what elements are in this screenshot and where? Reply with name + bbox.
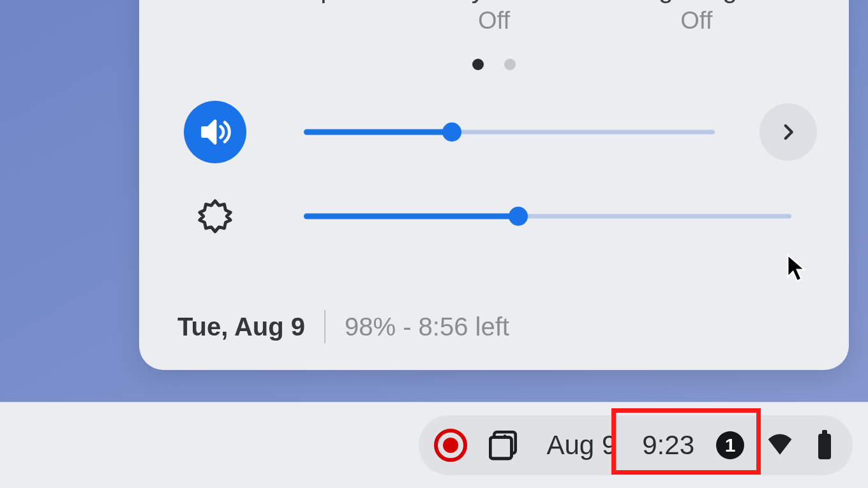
tile-title: Nearby visibili… (393, 0, 595, 4)
volume-slider[interactable] (304, 122, 715, 142)
shelf-date: Aug 9 (546, 430, 617, 461)
quick-settings-panel: Screen capture Nearby visibili… Off Nigh… (139, 0, 849, 370)
slider-track-fill (304, 214, 518, 219)
page-dot-2[interactable] (504, 59, 516, 70)
notification-count: 1 (725, 434, 736, 456)
chevron-right-icon (777, 121, 799, 143)
svg-marker-1 (200, 201, 230, 232)
panel-footer: Tue, Aug 9 98% - 8:56 left (177, 310, 509, 343)
svg-rect-6 (818, 434, 831, 459)
slider-thumb[interactable] (509, 207, 528, 226)
tile-title: Screen capture (190, 0, 393, 4)
shelf: Aug 9 9:23 1 (0, 402, 868, 488)
tile-nearby-visibility[interactable]: Nearby visibili… Off (393, 0, 595, 34)
svg-rect-7 (822, 430, 827, 435)
tile-title: Night Light (595, 0, 798, 4)
page-indicator[interactable] (165, 59, 823, 70)
tile-night-light[interactable]: Night Light Off (595, 0, 798, 34)
volume-icon[interactable] (184, 101, 246, 163)
battery-icon (816, 430, 834, 461)
brightness-slider-row (184, 181, 817, 251)
svg-marker-0 (203, 121, 216, 144)
panel-date[interactable]: Tue, Aug 9 (177, 313, 305, 341)
shelf-time: 9:23 (642, 430, 694, 461)
quick-tiles-row: Screen capture Nearby visibili… Off Nigh… (165, 0, 823, 34)
brightness-icon (184, 185, 246, 248)
page-dot-1[interactable] (472, 59, 484, 70)
tile-subtitle: Off (393, 7, 595, 34)
wifi-icon (766, 431, 794, 459)
svg-rect-4 (491, 438, 512, 459)
slider-thumb[interactable] (442, 122, 461, 142)
slider-track-fill (304, 129, 452, 135)
panel-battery: 98% - 8:56 left (345, 313, 509, 341)
inbox-download-icon[interactable] (489, 429, 521, 461)
audio-settings-button[interactable] (760, 103, 817, 161)
notification-count-badge[interactable]: 1 (716, 431, 744, 459)
stop-recording-icon[interactable] (434, 429, 467, 462)
brightness-slider[interactable] (304, 207, 791, 226)
tile-subtitle: Off (595, 7, 798, 34)
footer-separator (324, 310, 326, 343)
tile-screen-capture[interactable]: Screen capture (190, 0, 393, 34)
volume-slider-row (184, 97, 817, 167)
status-area[interactable]: Aug 9 9:23 1 (419, 415, 853, 475)
